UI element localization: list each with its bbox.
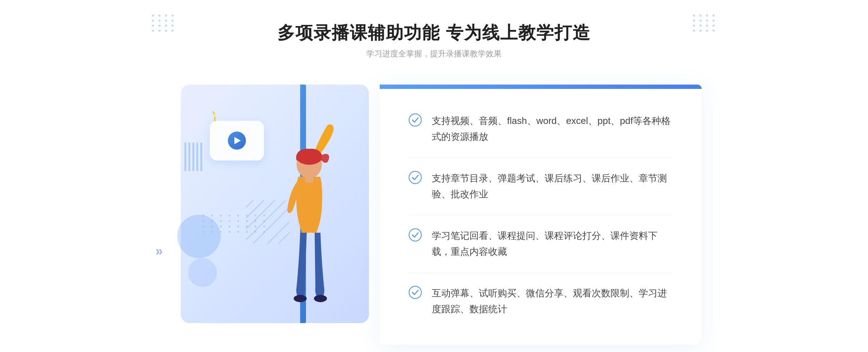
svg-line-11 <box>278 233 289 244</box>
feature-item-3: 学习笔记回看、课程提问、课程评论打分、课件资料下载，重点内容收藏 <box>409 220 673 267</box>
check-icon-1 <box>409 113 422 126</box>
svg-point-13 <box>409 171 421 184</box>
svg-point-15 <box>409 286 421 299</box>
svg-line-8 <box>246 200 286 240</box>
header-section: 多项录播课辅助功能 专为线上教学打造 学习进度全掌握，提升录播课教学效果 <box>277 22 590 59</box>
circle-decoration-2 <box>188 258 217 287</box>
feature-text-3: 学习笔记回看、课程提问、课程评论打分、课件资料下载，重点内容收藏 <box>432 228 673 259</box>
sub-title: 学习进度全掌握，提升录播课教学效果 <box>277 48 590 59</box>
feature-text-4: 互动弹幕、试听购买、微信分享、观看次数限制、学习进度跟踪、数据统计 <box>432 285 673 317</box>
feature-text-2: 支持章节目录、弹题考试、课后练习、课后作业、章节测验、批改作业 <box>432 170 673 202</box>
features-panel: 支持视频、音频、flash、word、excel、ppt、pdf等各种格式的资源… <box>380 85 702 345</box>
page-container: 多项录播课辅助功能 专为线上教学打造 学习进度全掌握，提升录播课教学效果 <box>0 0 868 352</box>
divider-3 <box>409 272 673 272</box>
left-arrow-decoration: » <box>156 244 163 259</box>
content-section: » 支持视频、音频、flash、word、excel、ppt、pdf等各种格式的… <box>166 77 702 338</box>
play-icon <box>228 132 246 150</box>
svg-rect-4 <box>305 176 314 183</box>
check-icon-4 <box>409 286 422 299</box>
check-icon-2 <box>409 171 422 184</box>
divider-2 <box>409 215 673 215</box>
svg-line-5 <box>246 200 253 207</box>
top-blue-bar <box>380 85 702 89</box>
divider-1 <box>409 157 673 158</box>
decorative-dots-left <box>152 14 175 32</box>
feature-item-1: 支持视频、音频、flash、word、excel、ppt、pdf等各种格式的资源… <box>409 106 673 152</box>
check-icon-3 <box>409 228 422 241</box>
svg-point-14 <box>409 229 421 241</box>
diagonal-lines <box>246 200 289 244</box>
feature-text-1: 支持视频、音频、flash、word、excel、ppt、pdf等各种格式的资源… <box>432 113 673 145</box>
feature-item-4: 互动弹幕、试听购买、微信分享、观看次数限制、学习进度跟踪、数据统计 <box>409 278 673 324</box>
illustration-area: » <box>166 77 383 338</box>
svg-line-6 <box>246 200 264 218</box>
decorative-dots-right <box>693 14 716 32</box>
feature-item-2: 支持章节目录、弹题考试、课后练习、课后作业、章节测验、批改作业 <box>409 163 673 209</box>
vertical-lines-decoration <box>184 142 202 171</box>
svg-point-12 <box>409 114 421 126</box>
svg-point-3 <box>314 295 327 302</box>
main-title: 多项录播课辅助功能 专为线上教学打造 <box>277 22 590 44</box>
svg-point-2 <box>294 295 307 302</box>
